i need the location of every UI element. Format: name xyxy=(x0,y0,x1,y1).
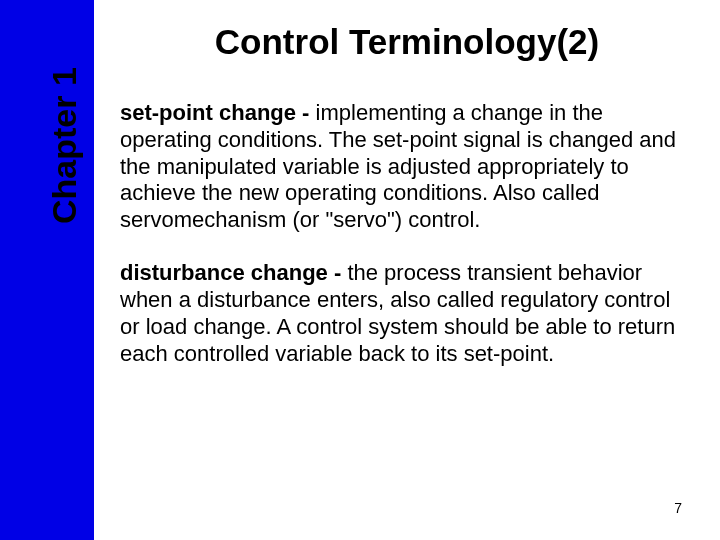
term-disturbance: disturbance change - xyxy=(120,260,347,285)
paragraph-disturbance: disturbance change - the process transie… xyxy=(120,260,680,367)
slide-title: Control Terminology(2) xyxy=(94,22,720,62)
chapter-label: Chapter 1 xyxy=(45,67,84,224)
slide-body: set-point change - implementing a change… xyxy=(120,100,680,393)
page-number: 7 xyxy=(674,500,682,516)
term-setpoint: set-point change - xyxy=(120,100,316,125)
paragraph-setpoint: set-point change - implementing a change… xyxy=(120,100,680,234)
slide: Chapter 1 Control Terminology(2) set-poi… xyxy=(0,0,720,540)
